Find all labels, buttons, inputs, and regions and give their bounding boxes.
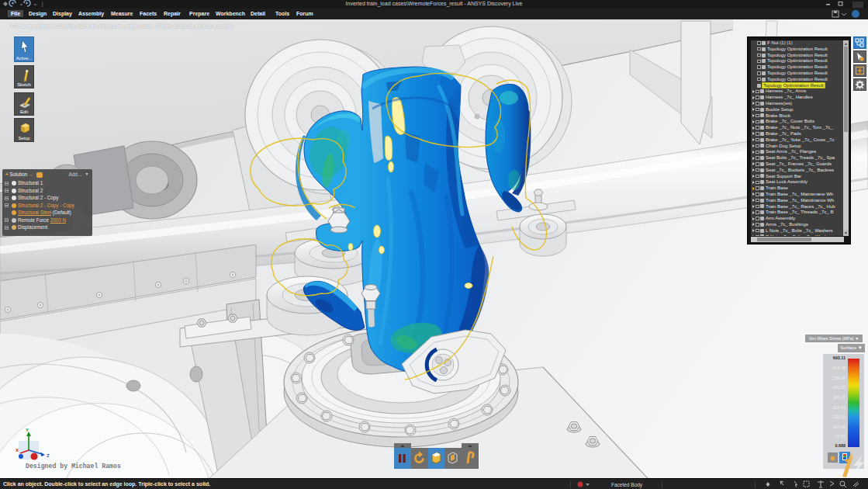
svg-text:X: X [16,448,19,453]
svg-text:Y: Y [26,428,29,432]
svg-text:Z: Z [47,453,50,458]
